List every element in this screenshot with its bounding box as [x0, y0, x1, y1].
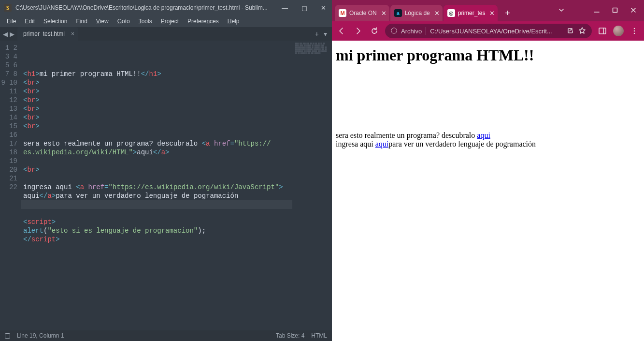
line-number-gutter[interactable]: 1 2 3 4 5 6 7 8 9 10 11 12 13 14 15 16 1… [0, 41, 21, 330]
bookmark-star-icon[interactable] [578, 27, 586, 36]
svg-marker-4 [579, 28, 585, 33]
sublime-statusbar: Line 19, Column 1 Tab Size: 4 HTML [0, 330, 332, 341]
page-title: mi primer programa HTML!! [336, 46, 640, 64]
tab-favicon: ◎ [447, 9, 455, 17]
tab-favicon: M [339, 9, 346, 17]
page-link-2[interactable]: aqui [375, 140, 389, 148]
menu-view[interactable]: View [92, 17, 113, 26]
menu-goto[interactable]: Goto [114, 17, 134, 26]
close-icon[interactable]: ✕ [321, 4, 326, 12]
page-text-2b: para ver un verdadero lenguaje de pogram… [388, 140, 536, 148]
tab-favicon: a [394, 9, 402, 17]
omnibox[interactable]: ⓘ Archivo C:/Users/JUANSEOLAYA/OneDrive/… [385, 24, 592, 38]
kebab-menu-icon[interactable] [629, 25, 640, 37]
svg-point-9 [634, 33, 635, 34]
panel-toggle-icon[interactable] [5, 333, 10, 339]
page-text-1: sera esto realmente un programa? descubr… [336, 131, 477, 139]
editor-tab-label: primer_test.html [23, 30, 65, 37]
tab-close-icon[interactable]: ✕ [381, 10, 386, 17]
browser-tab-2[interactable]: ◎primer_tes✕ [444, 5, 498, 21]
share-icon[interactable] [567, 27, 574, 36]
sublime-app-icon: S [4, 4, 12, 12]
tab-close-icon[interactable]: ✕ [489, 10, 495, 17]
svg-rect-1 [613, 8, 617, 12]
svg-point-7 [634, 28, 635, 30]
code-content: <h1>mi primer programa HTML!!</h1> <br> … [23, 70, 290, 244]
menu-preferences[interactable]: Preferences [184, 17, 223, 26]
sublime-titlebar[interactable]: S C:\Users\JUANSEOLAYA\OneDrive\Escritor… [0, 0, 332, 15]
sublime-tabrow: ◀ ▶ primer_test.html × + ▾ [0, 27, 332, 41]
status-cursor-pos[interactable]: Line 19, Column 1 [17, 332, 64, 339]
new-tab-icon[interactable]: + [315, 30, 319, 38]
side-panel-icon[interactable] [597, 25, 608, 37]
status-tab-size[interactable]: Tab Size: 4 [276, 332, 304, 339]
maximize-icon[interactable] [612, 7, 618, 15]
minimize-icon[interactable]: — [282, 4, 288, 12]
sublime-window-title: C:\Users\JUANSEOLAYA\OneDrive\Escritorio… [15, 4, 282, 11]
browser-tab-0[interactable]: MOracle ON✕ [335, 5, 389, 21]
menu-help[interactable]: Help [224, 17, 243, 26]
status-syntax[interactable]: HTML [311, 332, 327, 339]
nav-forward-icon[interactable]: ▶ [10, 30, 14, 38]
profile-avatar[interactable] [613, 26, 624, 36]
minimap[interactable]: ████ ███ ████ ██ ██ ██ ██ ██ ██ ██ ████ … [292, 41, 332, 330]
tab-label: primer_tes [458, 10, 486, 16]
menu-project[interactable]: Project [157, 17, 183, 26]
new-tab-button[interactable]: + [501, 6, 514, 20]
menu-tools[interactable]: Tools [135, 17, 156, 26]
maximize-icon[interactable]: ▢ [301, 4, 307, 12]
menu-find[interactable]: Find [72, 17, 91, 26]
sublime-window: S C:\Users\JUANSEOLAYA\OneDrive\Escritor… [0, 0, 332, 341]
menu-file[interactable]: File [3, 17, 20, 26]
omnibox-scheme-label: Archivo [401, 28, 422, 35]
chrome-window: MOracle ON✕aLógica de✕◎primer_tes✕ + [332, 0, 644, 341]
tab-label: Lógica de [405, 10, 430, 16]
forward-button[interactable] [352, 25, 364, 37]
nav-back-icon[interactable]: ◀ [3, 30, 8, 38]
page-link-1[interactable]: aqui [477, 131, 490, 139]
svg-rect-5 [599, 28, 606, 34]
chrome-toolbar: ⓘ Archivo C:/Users/JUANSEOLAYA/OneDrive/… [332, 21, 644, 41]
tab-label: Oracle ON [349, 10, 377, 16]
chevron-down-icon[interactable] [558, 7, 564, 15]
omnibox-url: C:/Users/JUANSEOLAYA/OneDrive/Escrit... [430, 28, 563, 35]
tab-close-icon[interactable]: ✕ [434, 10, 440, 17]
tab-menu-icon[interactable]: ▾ [324, 30, 327, 38]
browser-tab-1[interactable]: aLógica de✕ [390, 5, 443, 21]
menu-edit[interactable]: Edit [21, 17, 39, 26]
rendered-page[interactable]: mi primer programa HTML!! sera esto real… [332, 41, 644, 341]
site-info-icon[interactable]: ⓘ [391, 27, 397, 35]
back-button[interactable] [336, 25, 347, 37]
close-icon[interactable] [630, 7, 636, 15]
menu-selection[interactable]: Selection [40, 17, 71, 26]
code-editor[interactable]: <h1>mi primer programa HTML!!</h1> <br> … [21, 41, 292, 330]
chrome-tabstrip: MOracle ON✕aLógica de✕◎primer_tes✕ + [332, 0, 644, 21]
page-text-2a: ingresa aquí [336, 140, 375, 148]
reload-button[interactable] [369, 25, 380, 37]
sublime-menubar: File Edit Selection Find View Goto Tools… [0, 15, 332, 27]
svg-point-8 [634, 30, 635, 32]
tab-close-icon[interactable]: × [71, 30, 74, 37]
editor-tab[interactable]: primer_test.html × [17, 27, 78, 41]
minimize-icon[interactable] [594, 7, 600, 15]
